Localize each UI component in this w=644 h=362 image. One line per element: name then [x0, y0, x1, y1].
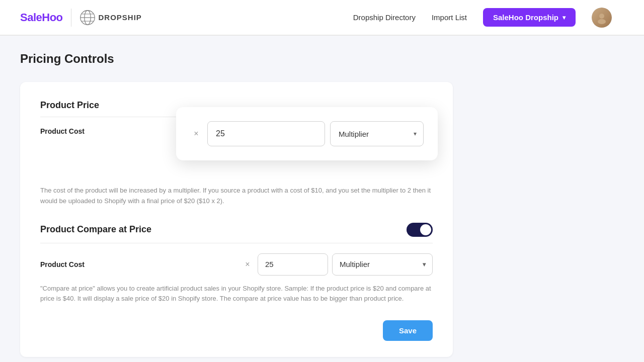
product-compare-title: Product Compare at Price: [40, 223, 433, 237]
product-compare-input-row: × Multiplier Fixed Amount ▾: [242, 253, 433, 276]
product-compare-value-input[interactable]: [258, 253, 328, 276]
product-compare-clear-button[interactable]: ×: [242, 258, 254, 270]
header-nav: Dropship Directory Import List SaleHoo D…: [353, 8, 612, 28]
product-compare-select-wrapper: Multiplier Fixed Amount ▾: [332, 253, 433, 276]
save-row: Save: [40, 308, 433, 341]
product-price-popup: × Multiplier Fixed Amount ▾: [176, 107, 438, 160]
dropship-label: DROPSHIP: [99, 13, 142, 22]
product-price-select-wrapper: Multiplier Fixed Amount ▾: [330, 121, 424, 146]
svg-point-5: [599, 14, 604, 19]
salehoo-logo: SaleHoo: [20, 11, 63, 24]
page-title: Pricing Controls: [20, 52, 624, 66]
nav-import-list[interactable]: Import List: [432, 13, 467, 22]
cta-button-label: SaleHoo Dropship: [493, 13, 558, 22]
product-price-clear-button[interactable]: ×: [190, 128, 202, 140]
salehoo-dropship-button[interactable]: SaleHoo Dropship ▾: [483, 8, 576, 27]
globe-icon: [79, 10, 96, 26]
avatar[interactable]: [592, 8, 612, 28]
svg-point-6: [598, 19, 606, 24]
nav-directory[interactable]: Dropship Directory: [353, 13, 416, 22]
product-price-desc-spacer: The cost of the product will be increase…: [40, 186, 433, 207]
product-price-select[interactable]: Multiplier Fixed Amount: [330, 121, 424, 146]
page-content: Pricing Controls Product Price Product C…: [0, 36, 644, 362]
main-card: Product Price Product Cost × Multiplier …: [20, 82, 453, 357]
product-compare-description: "Compare at price" allows you to create …: [40, 284, 433, 305]
product-compare-cost-label: Product Cost × Multiplier Fixed Amount ▾: [40, 253, 433, 276]
product-price-value-input[interactable]: [207, 121, 325, 146]
product-compare-divider: [40, 243, 433, 243]
product-price-input-row: × Multiplier Fixed Amount ▾: [190, 121, 424, 146]
dropship-badge: DROPSHIP: [79, 10, 142, 26]
logo-divider: [71, 9, 71, 27]
cta-chevron-icon: ▾: [562, 14, 566, 21]
header: SaleHoo DROPSHIP Dropship Directory Impo…: [0, 0, 644, 35]
avatar-svg: [595, 11, 609, 25]
product-compare-section: Product Compare at Price Product Cost × …: [40, 223, 433, 305]
save-button[interactable]: Save: [383, 320, 433, 341]
avatar-image: [592, 8, 612, 28]
compare-toggle[interactable]: [407, 223, 433, 237]
logo-section: SaleHoo DROPSHIP: [20, 9, 142, 27]
product-compare-select[interactable]: Multiplier Fixed Amount: [332, 253, 433, 276]
product-price-description: The cost of the product will be increase…: [40, 186, 433, 207]
